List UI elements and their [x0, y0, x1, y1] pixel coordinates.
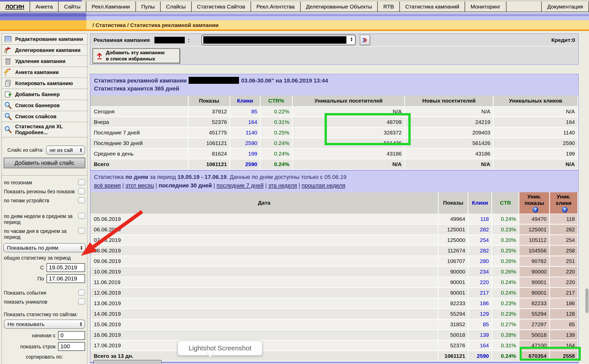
period-link-5[interactable]: эта неделя [268, 182, 297, 189]
sidebar-menu-item-5[interactable]: Копировать кампанию [2, 78, 87, 89]
table-cell: 125000 [439, 235, 468, 246]
table-cell: 209403 [405, 128, 494, 138]
table-cell: 112674 [439, 246, 468, 256]
table-cell: 282 [550, 225, 578, 235]
table-row: 06.06.20191250012820.23%125001282 [90, 225, 578, 235]
table-cell: 43186 [405, 149, 494, 159]
nav-tab-3[interactable]: Сайты [59, 2, 86, 12]
option-label: показать уникалов [4, 299, 47, 305]
table-cell: 17.06.2019 [90, 341, 439, 351]
add-to-favorites-button[interactable]: Добавить эту кампаниюв список избранных [93, 48, 180, 63]
table-cell: 49964 [439, 214, 468, 225]
breadcrumb[interactable]: / Статистика / Статистика рекламной камп… [93, 22, 218, 28]
rows-count-input[interactable] [58, 342, 85, 351]
table-cell: 52376 [189, 117, 230, 128]
display-mode-select[interactable]: Показывать по дням ▲▼ [3, 243, 86, 252]
sidebar-menu-item-label: Копировать кампанию [15, 80, 73, 86]
sidebar-menu-item-6[interactable]: Добавить баннер [2, 89, 87, 100]
start-from-label: начиная с [32, 333, 56, 339]
period-link-3[interactable]: последние 30 дней [159, 182, 212, 189]
nav-tab-8[interactable]: Рекл.Агентства [251, 2, 301, 12]
table-cell: 1061121 [439, 351, 468, 362]
option-label: Показать события [4, 290, 46, 296]
table-cell: 0.28% [492, 330, 519, 341]
period-link-1[interactable]: всё время [94, 182, 121, 189]
checkbox[interactable] [78, 188, 85, 194]
table-cell: 0.26% [492, 267, 519, 277]
period-link-4[interactable]: последние 7 дней [217, 182, 264, 189]
nav-tab-12[interactable]: Мониторинг [465, 2, 506, 12]
table-cell: 90001 [439, 288, 468, 298]
tab-spacer [507, 2, 542, 12]
checkbox[interactable] [78, 179, 85, 185]
sites-stats-select[interactable]: Не показывать ▲▼ [4, 320, 85, 329]
campaign-label: Рекламная кампания [94, 37, 150, 43]
column-header: Показы [439, 192, 468, 214]
sidebar-menu-item-9[interactable]: Статистика для XL Подробнее... [2, 122, 87, 137]
help-icon[interactable]: ? [562, 207, 568, 213]
go-button[interactable] [360, 35, 370, 45]
summary-panel-title: Статистика рекламной кампании03.06-30.06… [90, 74, 578, 95]
date-from-label: С [40, 265, 44, 271]
date-to-label: По [38, 276, 44, 282]
table-cell: 251 [550, 256, 578, 267]
column-header: Клики [230, 95, 261, 107]
sites-stats-label: Показать статистику по сайтам: [4, 312, 85, 317]
add-new-slice-button[interactable]: Добавить новый слайс [4, 158, 85, 168]
vertical-scrollbar-thumb[interactable] [585, 288, 588, 313]
table-cell: 220 [550, 267, 578, 277]
period-link-2[interactable]: этот месяц [125, 182, 154, 189]
summary-table-header-row: ПоказыКликиCTR%Уникальных посетителейНов… [90, 95, 578, 107]
daily-period-links: всё время | этот месяц | последние 30 дн… [94, 182, 575, 190]
table-row: 10.06.2019900002340.26%90000220 [90, 267, 578, 277]
nav-tab-9[interactable]: Делегированные Объекты [301, 2, 378, 12]
bottom-cutoff-element[interactable] [93, 360, 162, 364]
nav-tab-2[interactable]: Анкета [30, 2, 59, 12]
table-cell: 52376 [439, 341, 468, 351]
nav-tab-1[interactable]: ЛОГИН [0, 2, 30, 12]
table-cell: 16.06.2019 [90, 330, 439, 341]
table-cell: 258 [550, 246, 578, 256]
nav-tab-6[interactable]: Слайсы [161, 2, 191, 12]
period-link-6[interactable]: прошлая неделя [302, 182, 345, 189]
checkbox[interactable] [78, 289, 85, 296]
sidebar-menu-item-3[interactable]: Удаление кампании [2, 56, 87, 67]
nav-tab-7[interactable]: Статистика Сайтов [192, 2, 251, 12]
checkbox[interactable] [78, 298, 85, 305]
slice-from-site-select[interactable]: не из сай ▲▼ [46, 145, 85, 155]
checkbox[interactable] [78, 228, 85, 234]
table-cell: 128 [550, 309, 578, 320]
table-row: 09.06.20191067072800.26%90782251 [90, 256, 578, 267]
table-cell: 1061121 [189, 159, 230, 170]
checkbox[interactable] [78, 213, 85, 219]
sidebar-menu-item-4[interactable]: Анкета кампании [2, 67, 87, 78]
sidebar-menu-item-2[interactable]: Делегирование кампании [2, 45, 87, 56]
trash-icon [4, 57, 12, 65]
table-cell: 37912 [189, 107, 230, 117]
column-header: CTR [492, 192, 519, 214]
sidebar-menu-item-8[interactable]: Список слайсов [2, 111, 87, 122]
date-to-input[interactable] [47, 274, 85, 283]
sidebar-menu-item-1[interactable]: Редактирование кампании [2, 34, 87, 45]
sidebar-menu-item-label: Статистика для XL Подробнее... [15, 124, 85, 135]
table-cell: 0.24% [492, 214, 519, 225]
table-cell: 164 [468, 341, 492, 351]
table-cell: 24219 [405, 117, 494, 128]
table-cell: 09.06.2019 [90, 256, 439, 267]
nav-tab-5[interactable]: Пулы [136, 2, 161, 12]
table-row: 15.06.201931852850.27%2729785 [90, 320, 578, 330]
nav-tab-4[interactable]: Рекл.Кампании [86, 2, 136, 12]
sidebar-menu-item-7[interactable]: Список баннеров [2, 100, 87, 111]
nav-tab-13[interactable]: Документация [542, 2, 589, 12]
date-from-input[interactable] [47, 263, 85, 272]
help-icon[interactable]: ? [532, 207, 538, 213]
checkbox[interactable] [78, 197, 85, 203]
start-from-input[interactable] [58, 331, 85, 340]
nav-tab-10[interactable]: RTB [378, 2, 400, 12]
table-cell: 0.24% [261, 138, 293, 149]
nav-tab-11[interactable]: Статистика кампаний [400, 2, 465, 12]
table-row: 13.06.2019822331860.23%82233186 [90, 298, 578, 309]
select-spinner-icon: ▲▼ [79, 148, 82, 152]
table-cell: 125001 [439, 225, 468, 235]
campaign-select[interactable]: ▲▼ [201, 35, 356, 45]
